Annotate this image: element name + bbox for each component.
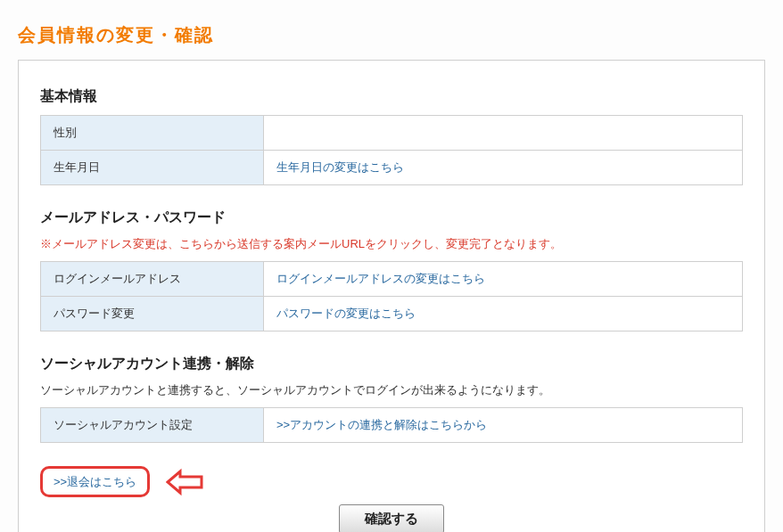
password-change-link[interactable]: パスワードの変更はこちら: [276, 307, 416, 320]
section-mail-title: メールアドレス・パスワード: [40, 209, 743, 227]
login-mail-change-link[interactable]: ログインメールアドレスの変更はこちら: [276, 272, 485, 285]
login-mail-label: ログインメールアドレス: [41, 262, 264, 297]
mail-table: ログインメールアドレス ログインメールアドレスの変更はこちら パスワード変更 パ…: [40, 261, 743, 331]
table-row: 生年月日 生年月日の変更はこちら: [41, 151, 743, 185]
main-panel: 基本情報 性別 生年月日 生年月日の変更はこちら メールアドレス・パスワード ※…: [18, 60, 765, 532]
arrow-left-icon: [166, 467, 205, 497]
basic-info-table: 性別 生年月日 生年月日の変更はこちら: [40, 115, 743, 185]
birthday-change-link[interactable]: 生年月日の変更はこちら: [276, 160, 404, 174]
table-row: ソーシャルアカウント設定 >>アカウントの連携と解除はこちらから: [41, 408, 743, 443]
gender-value: [264, 116, 743, 151]
social-table: ソーシャルアカウント設定 >>アカウントの連携と解除はこちらから: [40, 407, 743, 443]
section-basic-title: 基本情報: [40, 87, 743, 106]
mail-note: ※メールアドレス変更は、こちらから送信する案内メールURLをクリックし、変更完了…: [40, 236, 743, 252]
table-row: 性別: [41, 116, 743, 151]
section-social-title: ソーシャルアカウント連携・解除: [40, 355, 743, 373]
withdraw-row: >>退会はこちら: [40, 466, 743, 497]
password-label: パスワード変更: [41, 297, 264, 331]
social-setting-label: ソーシャルアカウント設定: [41, 408, 264, 443]
birthday-label: 生年月日: [41, 151, 264, 185]
table-row: パスワード変更 パスワードの変更はこちら: [41, 297, 743, 331]
gender-label: 性別: [41, 116, 264, 151]
page-title: 会員情報の変更・確認: [18, 23, 765, 47]
withdraw-highlight-box: >>退会はこちら: [40, 466, 150, 497]
confirm-button[interactable]: 確認する: [339, 504, 444, 532]
withdraw-link[interactable]: >>退会はこちら: [54, 475, 136, 488]
social-desc: ソーシャルアカウントと連携すると、ソーシャルアカウントでログインが出来るようにな…: [40, 382, 743, 398]
table-row: ログインメールアドレス ログインメールアドレスの変更はこちら: [41, 262, 743, 297]
social-setting-link[interactable]: >>アカウントの連携と解除はこちらから: [276, 418, 487, 431]
